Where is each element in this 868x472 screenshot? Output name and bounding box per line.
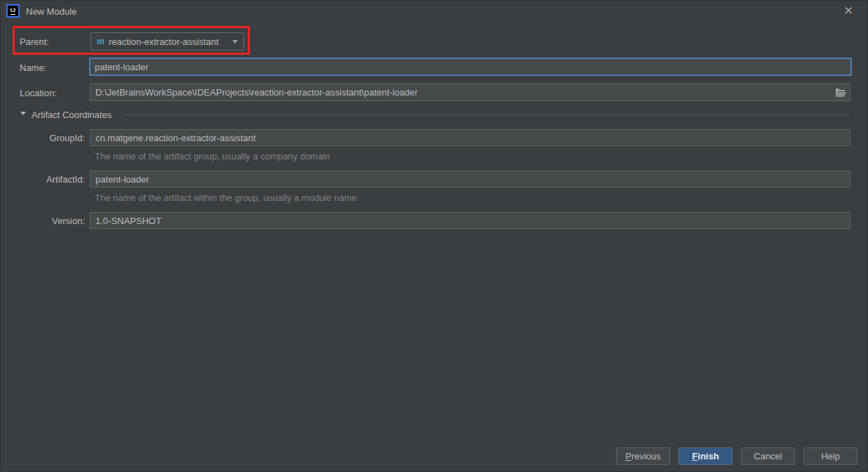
version-input[interactable] xyxy=(90,212,850,229)
artifactid-label: ArtifactId: xyxy=(1,174,85,185)
groupid-input[interactable] xyxy=(90,129,850,146)
artifactid-hint: The name of the artifact within the grou… xyxy=(95,192,357,203)
parent-label: Parent: xyxy=(20,37,49,47)
intellij-idea-icon: IJ xyxy=(6,4,20,18)
name-input[interactable] xyxy=(89,58,852,76)
section-title[interactable]: Artifact Coordinates xyxy=(32,110,112,120)
chevron-down-icon xyxy=(232,40,238,44)
dialog-title: New Module xyxy=(26,6,76,17)
collapse-arrow-icon[interactable] xyxy=(20,112,26,115)
location-input[interactable] xyxy=(90,84,850,101)
new-module-dialog: IJ New Module ✕ Parent: m reaction-extra… xyxy=(0,0,868,472)
name-label: Name: xyxy=(20,63,46,73)
groupid-label: GroupId: xyxy=(1,133,85,143)
version-label: Version: xyxy=(1,216,85,226)
artifactid-input[interactable] xyxy=(90,171,850,188)
section-separator xyxy=(123,114,849,115)
parent-dropdown-value: reaction-extractor-assistant xyxy=(109,37,228,47)
location-label: Location: xyxy=(20,88,57,98)
cancel-button[interactable]: Cancel xyxy=(741,447,795,465)
open-folder-icon xyxy=(834,88,846,98)
browse-folder-button[interactable] xyxy=(831,85,849,100)
previous-button[interactable]: Previous xyxy=(616,447,670,465)
parent-dropdown[interactable]: m reaction-extractor-assistant xyxy=(91,32,244,51)
finish-button[interactable]: Finish xyxy=(679,447,733,465)
help-button[interactable]: Help xyxy=(803,447,857,465)
close-icon[interactable]: ✕ xyxy=(841,4,856,19)
groupid-hint: The name of the artifact group, usually … xyxy=(95,151,330,162)
title-bar: IJ New Module ✕ xyxy=(1,1,867,22)
maven-module-icon: m xyxy=(97,36,105,47)
